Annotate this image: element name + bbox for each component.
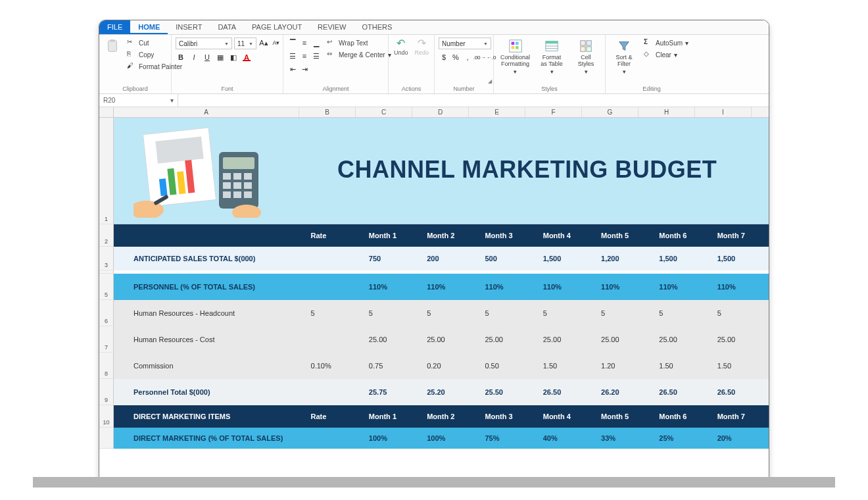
underline-button[interactable]: U [202,52,212,63]
format-as-table-button[interactable]: Format as Table▾ [537,38,567,77]
row-header-1[interactable]: 1 [99,118,114,224]
banner-row[interactable]: CHANNEL MARKETING BUDGET [114,118,769,224]
cell[interactable]: 1.20 [594,353,652,379]
cell[interactable]: 110% [594,274,652,300]
cell[interactable]: 500 [478,247,536,270]
number-format-select[interactable]: Number▼ [439,38,491,49]
cell[interactable]: 25.00 [537,326,594,353]
row-personnel-total[interactable]: Personnel Total $(000) 25.75 25.20 25.50… [114,379,769,405]
sort-filter-button[interactable]: Sort & Filter▾ [610,38,639,77]
col-header-e[interactable]: E [469,107,525,117]
row-direct-marketing-header[interactable]: DIRECT MARKETING ITEMS Rate Month 1 Mont… [114,405,769,428]
cell[interactable] [304,247,362,270]
col-header-d[interactable]: D [412,107,469,117]
cell[interactable] [304,379,362,405]
cell[interactable]: 110% [537,274,594,300]
row-header-9[interactable]: 9 [99,379,114,405]
row-anticipated-sales[interactable]: ANTICIPATED SALES TOTAL $(000) 750 200 5… [114,247,769,270]
cell[interactable]: 100% [420,428,478,449]
cell[interactable]: 26.50 [711,379,769,405]
cell[interactable]: Month 5 [594,405,652,428]
col-header-h[interactable]: H [639,107,695,117]
cell[interactable]: 20% [711,428,769,449]
cell[interactable]: 110% [478,274,536,300]
italic-button[interactable]: I [189,52,199,63]
cell[interactable]: 1,500 [652,247,710,270]
wrap-text-button[interactable]: ↩ Wrap Text [326,38,393,48]
align-bottom-button[interactable]: ▁ [311,38,322,48]
increase-font-button[interactable]: A▴ [258,38,269,48]
border-button[interactable]: ▦ [215,52,226,63]
align-top-button[interactable]: ▔ [287,38,298,48]
cell[interactable]: Month 6 [652,405,710,428]
row-header-10[interactable]: 10 [99,405,114,428]
cell[interactable]: Month 1 [362,224,420,247]
col-header-i[interactable]: I [695,107,752,117]
col-header-a[interactable]: A [114,107,299,117]
cell[interactable]: 5 [362,300,420,326]
cell[interactable]: 5 [420,300,478,326]
row-header-7[interactable]: 7 [99,326,114,353]
row-header-3[interactable]: 3 [99,247,114,270]
cell-styles-button[interactable]: Cell Styles▾ [571,38,601,77]
header-row-months[interactable]: Rate Month 1 Month 2 Month 3 Month 4 Mon… [114,224,769,247]
cell[interactable]: 25.00 [652,326,710,353]
clear-button[interactable]: ◇ Clear ▾ [642,49,690,60]
cell[interactable]: 110% [652,274,710,300]
currency-button[interactable]: $ [439,52,449,63]
row-personnel-pct[interactable]: PERSONNEL (% OF TOTAL SALES) 110% 110% 1… [114,274,769,300]
font-size-select[interactable]: 11▼ [234,38,256,49]
cell[interactable]: 26.20 [594,379,652,405]
font-name-select[interactable]: Calibri▼ [176,38,232,49]
comma-button[interactable]: , [462,52,473,63]
cell[interactable]: Month 7 [711,405,769,428]
cell[interactable]: DIRECT MARKETING (% OF TOTAL SALES) [114,428,304,449]
cell[interactable]: Month 6 [652,224,710,247]
cell[interactable]: 5 [652,300,710,326]
cell[interactable]: PERSONNEL (% OF TOTAL SALES) [114,274,304,300]
autosum-button[interactable]: Σ AutoSum ▾ [642,38,690,48]
tab-review[interactable]: REVIEW [310,20,354,34]
cell[interactable]: Month 2 [420,405,478,428]
cell[interactable]: 25.00 [478,326,536,353]
cell[interactable]: Month 7 [711,224,769,247]
cell[interactable]: 1,500 [537,247,594,270]
cell[interactable]: 110% [711,274,769,300]
cell[interactable]: Month 3 [478,405,536,428]
cell[interactable]: 25.00 [594,326,652,353]
tab-file[interactable]: FILE [99,20,130,34]
font-color-button[interactable]: A [241,52,252,63]
cell[interactable]: 75% [478,428,536,449]
cell[interactable]: 25.00 [362,326,420,353]
cell[interactable] [304,428,362,449]
col-header-c[interactable]: C [356,107,412,117]
cell[interactable]: 1.50 [652,353,710,379]
increase-decimal-button[interactable]: .00→ [474,52,485,63]
cell[interactable]: 33% [594,428,652,449]
cell[interactable]: 110% [362,274,420,300]
row-direct-marketing-pct[interactable]: DIRECT MARKETING (% OF TOTAL SALES) 100%… [114,428,769,449]
cell[interactable] [304,326,362,353]
cell[interactable] [114,224,304,247]
row-header-5[interactable]: 5 [99,274,114,300]
cell[interactable]: 100% [362,428,420,449]
tab-data[interactable]: DATA [210,20,244,34]
col-header-f[interactable]: F [525,107,582,117]
decrease-font-button[interactable]: A▾ [271,38,281,48]
cell[interactable]: Month 4 [537,224,594,247]
cell[interactable]: 1.50 [711,353,769,379]
cell[interactable]: 110% [420,274,478,300]
fill-color-button[interactable]: ◧ [228,52,239,63]
select-all-corner[interactable] [99,107,114,117]
cell[interactable]: 1,200 [594,247,652,270]
cell[interactable]: 25.75 [362,379,420,405]
increase-indent-button[interactable]: ⇥ [299,64,310,74]
decrease-indent-button[interactable]: ⇤ [287,64,298,74]
col-header-b[interactable]: B [299,107,356,117]
cell[interactable]: 0.10% [304,353,362,379]
cell[interactable]: 40% [537,428,594,449]
tab-others[interactable]: OTHERS [354,20,400,34]
row-header-6[interactable]: 6 [99,300,114,326]
cell[interactable]: 0.75 [362,353,420,379]
cell[interactable]: Month 5 [594,224,652,247]
